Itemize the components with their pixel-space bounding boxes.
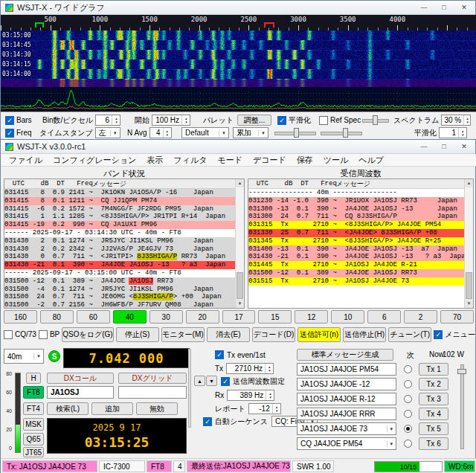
close-button[interactable]: ✕ [454, 141, 474, 152]
tx-now-button-4[interactable]: Tx 4 [419, 408, 448, 420]
band-button-17[interactable]: 17 [222, 310, 256, 324]
hold-tx-freq-checkbox[interactable] [221, 377, 230, 386]
tx-select-radio-1[interactable] [404, 365, 412, 373]
band-button-6[interactable]: 6 [367, 310, 401, 324]
menu-decode[interactable]: デコード [248, 155, 292, 166]
add-button[interactable]: 追加 [91, 402, 133, 415]
scrollbar-thumb[interactable] [466, 272, 472, 299]
dx-grid-input[interactable] [118, 386, 187, 399]
mode-button-ft4[interactable]: FT4 [23, 402, 44, 415]
band-button-20[interactable]: 20 [186, 310, 219, 324]
rx-freq-spinner[interactable]: 389 Hz▴▾ [227, 390, 274, 401]
scrollbar-thumb[interactable] [237, 272, 243, 299]
decode-row[interactable]: 031515 Tx 2710 ~ JA1OSJ JA4JOE 73 [248, 277, 464, 286]
timestamp-position-combo[interactable]: 左▾ [95, 127, 120, 138]
rx-freq-marker[interactable] [35, 22, 44, 28]
decode-row[interactable]: 031415 8 0.1 1211 ~ CQ JJ1QPM PM74 [4, 197, 235, 205]
decode-row[interactable]: 031430 0 0.7 711 ~ <JR1TPI> 8J3SHIGA/P R… [4, 253, 235, 261]
band-combo[interactable]: 40m▾ [4, 349, 44, 364]
start-freq-spinner[interactable]: 100 Hz▴▾ [152, 115, 190, 126]
band-button-2[interactable]: 2 [404, 310, 437, 324]
tx-power-slider[interactable] [457, 364, 466, 449]
rx-frequency-list[interactable]: ---------------- 40m ----------------031… [248, 189, 464, 308]
flatten-checkbox[interactable] [277, 116, 286, 125]
freq-up-button[interactable]: ▲ [194, 376, 205, 386]
halt-tx-button[interactable]: 送信停止(H) [343, 327, 386, 342]
decode-row[interactable]: 031300 24 0.7 711 ~ CQ 8J3SHIGA/P Japan [248, 213, 464, 221]
bars-checkbox[interactable] [5, 116, 14, 125]
log-qso-button[interactable]: QSOをログ(G) [62, 327, 113, 342]
monitor-button[interactable]: モニター(M) [161, 327, 205, 342]
auto-seq-checkbox[interactable] [203, 417, 212, 426]
hound-button[interactable]: H [26, 373, 41, 384]
tx-now-button-6[interactable]: Tx 6 [419, 437, 448, 450]
tx-message-field-4[interactable]: JA1OSJ JA4JOE RRR [297, 408, 396, 420]
decode-separator[interactable]: ------ 2025-09-17 - 03:15:00 UTC - 40m -… [4, 269, 235, 277]
band-button-15[interactable]: 15 [258, 310, 292, 324]
decode-row[interactable]: 031500 -2 0.7 2156 ~ JH6WFB/P JF7URV QM0… [4, 301, 235, 308]
tx-now-button-5[interactable]: Tx 5 [419, 422, 448, 435]
menu-mode[interactable]: モード [212, 155, 248, 166]
lookup-button[interactable]: 検索(L) [47, 402, 89, 415]
tx-message-field-3[interactable]: JA1OSJ JA4JOE R-12 [297, 393, 396, 405]
tx-now-button-2[interactable]: Tx 2 [419, 378, 448, 390]
waterfall-display[interactable] [1, 30, 476, 87]
tx-select-radio-3[interactable] [404, 395, 412, 403]
decode-separator[interactable]: ---------------- 40m ---------------- [248, 189, 464, 197]
decode-row[interactable]: 031415 1 1.1 1285 ~ <8J3SHIGA/P> JR1TPI … [4, 213, 235, 221]
band-button-12[interactable]: 12 [295, 310, 328, 324]
tx-select-radio-5[interactable] [404, 425, 412, 433]
gain-slider[interactable] [274, 128, 316, 138]
tx-select-radio-2[interactable] [404, 380, 412, 388]
band-button-10[interactable]: 10 [331, 310, 364, 324]
splitter-handle[interactable] [188, 349, 191, 428]
decode-row[interactable]: 031330 25 0.7 711 ~ <JA4JOE> 8J3SHIGA/P … [248, 229, 464, 237]
band-activity-list[interactable]: 031415 8 0.9 2141 ~ JK1OKN JA1OSA/P -16 … [4, 189, 235, 308]
palette-combo[interactable]: Default▾ [181, 127, 229, 138]
decode-row[interactable]: 031430 2 0.2 2342 ~ JJ2VAS/P JE4GJV 73 J… [4, 245, 235, 254]
decode-row[interactable]: 031500 -12 0.1 389 ~ JA4JOE JA1OSJ RR73 [248, 269, 464, 277]
smooth-spinner[interactable]: 1▴▾ [439, 127, 467, 138]
menu-filter[interactable]: フィルタ [168, 155, 212, 166]
band-button-70[interactable]: 70 [440, 310, 474, 324]
generate-std-msgs-button[interactable]: 標準メッセージ生成 [297, 349, 393, 361]
tx-message-field-1[interactable]: JA1OSJ JA4JOE PM54 [297, 363, 396, 376]
scroll-down-icon[interactable]: ▼ [465, 300, 473, 308]
decode-row[interactable]: 031400 -13 0.1 390 ~ JA4JOE JA1OSJ -13 a… [248, 245, 464, 254]
report-spinner[interactable]: -12▴▾ [248, 403, 281, 414]
decode-row[interactable]: 031230 -14 -1.0 390 ~ JR1UOX JA1OSJ RR73… [248, 197, 464, 205]
n-avg-spinner[interactable]: 4▴▾ [149, 127, 172, 138]
dx-call-input[interactable]: JA1OSJ [47, 386, 114, 399]
scroll-up-icon[interactable]: ▲ [236, 179, 244, 187]
menu-help[interactable]: ヘルプ [353, 155, 389, 166]
freq-overlay-checkbox[interactable] [5, 129, 14, 138]
decode-button[interactable]: デコード(D) [252, 327, 295, 342]
zero-slider[interactable] [321, 128, 362, 138]
maximize-button[interactable]: □ [434, 141, 454, 152]
decode-row[interactable]: 031430 -21 0.1 390 ~ JA4JOE JA1OSJ -13 ?… [4, 261, 235, 269]
disable-button[interactable]: 無効 [136, 402, 178, 415]
scroll-up-icon[interactable]: ▲ [465, 179, 473, 187]
decode-row[interactable]: 031300 -13 0.1 390 ~ JA4JOE JA1OSJ -13 J… [248, 205, 464, 213]
band-activity-scrollbar[interactable]: ▲ ▼ [235, 179, 244, 308]
widegraph-titlebar[interactable]: WSJT-X - ワイドグラフ — □ ✕ [1, 1, 475, 15]
tx-now-button-3[interactable]: Tx 3 [419, 393, 448, 405]
bp-checkbox[interactable] [39, 330, 48, 339]
main-titlebar[interactable]: WSJT-X v3.0.0-rc1 — □ ✕ [1, 140, 475, 154]
scroll-down-icon[interactable]: ▼ [236, 300, 244, 308]
tx-select-radio-4[interactable] [404, 410, 412, 418]
spectrum-mode-combo[interactable]: 累加▾ [233, 127, 268, 138]
band-button-60[interactable]: 60 [77, 310, 110, 324]
ref-spec-checkbox[interactable] [319, 116, 328, 125]
stop-button[interactable]: 停止(S) [116, 327, 159, 342]
band-button-80[interactable]: 80 [40, 310, 74, 324]
dx-grid-button[interactable]: DXグリッド [118, 373, 187, 384]
decode-row[interactable]: 031430 -21 0.1 390 ~ JA4JOE JA1OSJ -13 ?… [248, 253, 464, 261]
menu-save[interactable]: 保存 [292, 155, 318, 166]
menu-configurations[interactable]: コンフィグレーション [48, 155, 141, 166]
maximize-button[interactable]: □ [434, 1, 454, 13]
palette-adjust-button[interactable]: 調整... [237, 115, 271, 126]
minimize-button[interactable]: — [414, 1, 434, 13]
decode-row[interactable]: 031500 -12 0.1 389 ~ JA4JOE JA1OSJ RR73 [4, 277, 235, 286]
cq73-checkbox[interactable] [4, 330, 13, 339]
